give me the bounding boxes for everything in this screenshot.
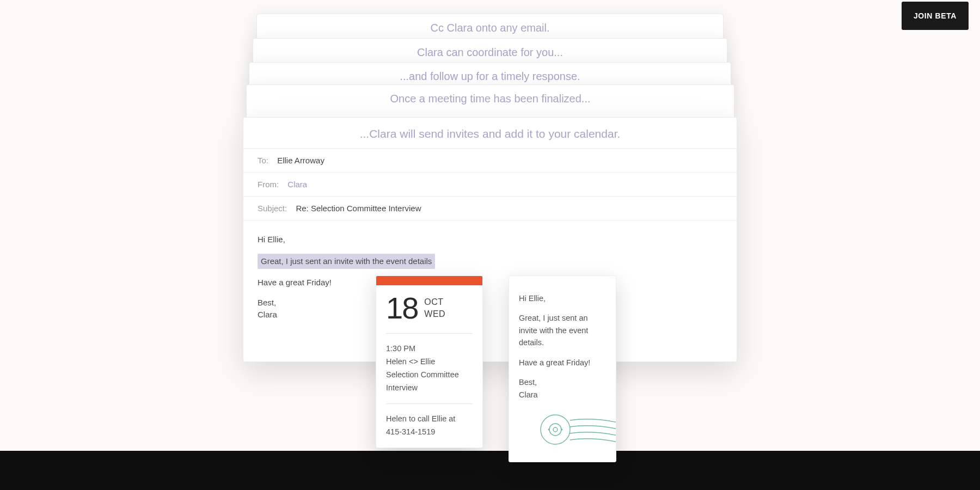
svg-point-0	[541, 415, 570, 444]
email-signoff-1: Best,	[258, 298, 276, 307]
calendar-card: 18 OCT WED 1:30 PM Helen <> Ellie Select…	[376, 275, 483, 448]
calendar-month-weekday: OCT WED	[424, 296, 445, 320]
email-highlight: Great, I just sent an invite with the ev…	[258, 254, 435, 270]
calendar-description: Selection Committee Interview	[386, 369, 473, 395]
note-greeting: Hi Ellie,	[519, 292, 606, 304]
svg-point-3	[548, 428, 550, 430]
svg-point-4	[561, 428, 563, 430]
calendar-note-line1: Helen to call Ellie at	[386, 413, 473, 426]
email-body: Hi Ellie, Great, I just sent an invite w…	[243, 220, 737, 334]
email-from-row: From: Clara	[243, 172, 737, 196]
email-subject-value: Re: Selection Committee Interview	[296, 204, 421, 213]
note-card: Hi Ellie, Great, I just sent an invite w…	[509, 275, 616, 462]
email-headline: ...Clara will send invites and add it to…	[243, 118, 737, 148]
calendar-day-number: 18	[386, 293, 418, 323]
calendar-accent-strip	[376, 276, 482, 285]
svg-point-1	[549, 424, 561, 436]
email-to-row: To: Ellie Arroway	[243, 148, 737, 172]
calendar-time: 1:30 PM	[386, 342, 473, 356]
email-subject-label: Subject:	[258, 204, 287, 213]
calendar-note-block: Helen to call Ellie at 415-314-1519	[376, 404, 482, 448]
email-signoff-2: Clara	[258, 310, 277, 319]
calendar-weekday: WED	[424, 308, 445, 320]
email-subject-row: Subject: Re: Selection Committee Intervi…	[243, 196, 737, 220]
note-signoff-1: Best,	[519, 378, 537, 387]
email-to-value: Ellie Arroway	[277, 156, 324, 165]
calendar-note-line2: 415-314-1519	[386, 426, 473, 439]
email-card: ...Clara will send invites and add it to…	[243, 117, 737, 362]
email-from-value: Clara	[287, 180, 307, 189]
postmark-stamp-icon	[536, 411, 616, 452]
svg-point-2	[553, 427, 558, 432]
join-beta-button[interactable]: JOIN BETA	[902, 2, 969, 30]
note-signoff-2: Clara	[519, 390, 538, 399]
calendar-date-block: 18 OCT WED	[376, 285, 482, 333]
calendar-month: OCT	[424, 296, 445, 308]
calendar-event-block: 1:30 PM Helen <> Ellie Selection Committ…	[376, 334, 482, 403]
footer-band	[0, 451, 980, 490]
note-line3: Have a great Friday!	[519, 357, 606, 369]
note-body: Great, I just sent an invite with the ev…	[519, 312, 606, 348]
email-to-label: To:	[258, 156, 268, 165]
email-body-line3: Have a great Friday!	[258, 277, 722, 289]
calendar-title: Helen <> Ellie	[386, 356, 473, 369]
email-from-label: From:	[258, 180, 279, 189]
email-greeting: Hi Ellie,	[258, 234, 722, 246]
